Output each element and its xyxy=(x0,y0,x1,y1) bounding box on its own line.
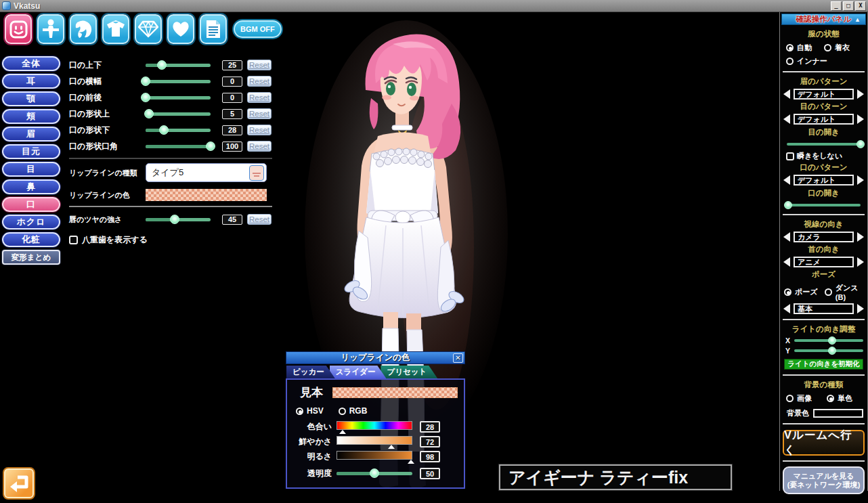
mouth-shape-upper-slider[interactable] xyxy=(146,110,211,118)
rgb-radio-option[interactable]: RGB xyxy=(339,406,368,416)
bg-solid-radio[interactable] xyxy=(827,395,834,402)
hsv-radio[interactable] xyxy=(296,408,303,415)
reset-button[interactable]: Reset xyxy=(247,141,272,152)
light-x-slider[interactable] xyxy=(794,336,863,345)
lip-line-type-dropdown[interactable]: タイプ5 xyxy=(146,163,267,182)
clothes-inner-option[interactable]: インナー xyxy=(786,56,827,66)
slider-thumb[interactable] xyxy=(370,468,379,478)
category-jaw[interactable]: 顎 xyxy=(2,91,60,106)
panel-header[interactable]: 確認操作パネル ▲ xyxy=(781,14,866,25)
clothes-dressed-radio[interactable] xyxy=(824,44,831,51)
tab-slider[interactable]: スライダー xyxy=(330,366,387,378)
mouth-width-slider[interactable] xyxy=(146,77,211,86)
category-deform-summary[interactable]: 変形まとめ xyxy=(2,250,60,265)
no-blink-checkbox[interactable] xyxy=(786,152,794,160)
brightness-bar[interactable] xyxy=(337,450,412,464)
reset-button[interactable]: Reset xyxy=(247,92,272,103)
category-makeup[interactable]: 化粧 xyxy=(2,232,60,247)
category-whole[interactable]: 全体 xyxy=(2,56,60,71)
slider-thumb[interactable] xyxy=(828,347,836,355)
prev-arrow-icon[interactable] xyxy=(783,89,790,99)
reset-button[interactable]: Reset xyxy=(247,214,272,225)
tab-accessory-button[interactable] xyxy=(135,14,162,44)
clothes-auto-option[interactable]: 自動 xyxy=(786,43,821,53)
bgm-toggle-button[interactable]: BGM OFF xyxy=(232,19,283,39)
hsv-radio-option[interactable]: HSV xyxy=(296,406,324,416)
next-arrow-icon[interactable] xyxy=(857,89,864,99)
light-y-slider[interactable] xyxy=(794,347,863,355)
category-cheek[interactable]: 頬 xyxy=(2,109,60,124)
return-button[interactable] xyxy=(3,467,35,500)
next-arrow-icon[interactable] xyxy=(857,175,864,185)
next-arrow-icon[interactable] xyxy=(857,114,864,124)
next-arrow-icon[interactable] xyxy=(857,304,864,313)
clothes-inner-radio[interactable] xyxy=(786,58,794,65)
clothes-auto-radio[interactable] xyxy=(786,44,794,51)
dialog-close-button[interactable]: ✕ xyxy=(453,353,463,363)
slider-thumb[interactable] xyxy=(206,141,215,151)
tab-records-button[interactable] xyxy=(200,14,227,44)
reset-button[interactable]: Reset xyxy=(247,76,272,87)
gloss-slider[interactable] xyxy=(146,215,211,224)
hue-bar[interactable] xyxy=(337,420,412,434)
pose-option[interactable]: ポーズ xyxy=(784,287,822,297)
tab-body-button[interactable] xyxy=(37,14,64,44)
mouth-corner-slider[interactable] xyxy=(146,142,211,151)
bg-image-radio[interactable] xyxy=(786,395,794,402)
slider-thumb[interactable] xyxy=(170,215,179,224)
category-eye-area[interactable]: 目元 xyxy=(2,144,60,159)
category-mouth[interactable]: 口 xyxy=(2,197,60,212)
slider-thumb[interactable] xyxy=(141,76,150,86)
tab-clothes-button[interactable] xyxy=(102,14,129,44)
dialog-titlebar[interactable]: リップラインの色 ✕ xyxy=(286,351,465,364)
mouth-shape-lower-slider[interactable] xyxy=(146,126,211,135)
mouth-depth-slider[interactable] xyxy=(146,93,211,102)
prev-arrow-icon[interactable] xyxy=(783,175,790,185)
reset-button[interactable]: Reset xyxy=(247,60,272,70)
mouth-open-slider[interactable] xyxy=(787,201,861,209)
slider-thumb[interactable] xyxy=(828,336,836,345)
next-arrow-icon[interactable] xyxy=(857,232,864,242)
slider-thumb[interactable] xyxy=(856,140,865,148)
maximize-button[interactable]: □ xyxy=(843,1,854,11)
slider-thumb[interactable] xyxy=(159,125,169,135)
saturation-marker[interactable] xyxy=(388,445,395,449)
rgb-radio[interactable] xyxy=(339,408,346,415)
dance-option[interactable]: ダンス(B) xyxy=(825,283,867,301)
background-color-swatch[interactable] xyxy=(813,409,863,418)
eye-open-slider[interactable] xyxy=(787,140,861,148)
light-reset-button[interactable]: ライトの向きを初期化 xyxy=(784,359,863,370)
tab-preset[interactable]: プリセット xyxy=(381,366,437,378)
bg-solid-option[interactable]: 単色 xyxy=(827,393,852,403)
go-to-vroom-button[interactable]: Vルームへ行く xyxy=(783,430,865,456)
slider-thumb[interactable] xyxy=(144,109,154,118)
category-ear[interactable]: 耳 xyxy=(2,74,60,89)
bg-image-option[interactable]: 画像 xyxy=(786,393,824,403)
slider-thumb[interactable] xyxy=(157,60,167,70)
prev-arrow-icon[interactable] xyxy=(783,257,790,267)
category-nose[interactable]: 鼻 xyxy=(2,179,60,194)
reset-button[interactable]: Reset xyxy=(247,125,272,135)
clothes-dressed-option[interactable]: 着衣 xyxy=(824,43,850,53)
tab-favorite-button[interactable] xyxy=(167,14,194,44)
view-manual-button[interactable]: マニュアルを見る (要ネットワーク環境) xyxy=(783,466,865,494)
category-brow[interactable]: 眉 xyxy=(2,127,60,141)
prev-arrow-icon[interactable] xyxy=(783,232,790,242)
tab-hair-button[interactable] xyxy=(70,14,97,44)
reset-button[interactable]: Reset xyxy=(247,108,272,119)
tab-picker[interactable]: ピッカー xyxy=(286,366,335,378)
brightness-marker[interactable] xyxy=(408,460,414,464)
prev-arrow-icon[interactable] xyxy=(783,304,790,313)
pose-radio[interactable] xyxy=(784,288,791,296)
tab-face-button[interactable] xyxy=(5,14,32,44)
mouth-updown-slider[interactable] xyxy=(146,61,211,70)
minimize-button[interactable]: _ xyxy=(831,1,842,11)
hue-marker[interactable] xyxy=(339,430,346,434)
dance-radio[interactable] xyxy=(825,288,832,296)
slider-thumb[interactable] xyxy=(784,201,792,209)
next-arrow-icon[interactable] xyxy=(857,257,864,267)
saturation-bar[interactable] xyxy=(337,435,412,449)
prev-arrow-icon[interactable] xyxy=(783,114,790,124)
category-eye[interactable]: 目 xyxy=(2,162,60,177)
fang-checkbox[interactable] xyxy=(69,236,78,244)
